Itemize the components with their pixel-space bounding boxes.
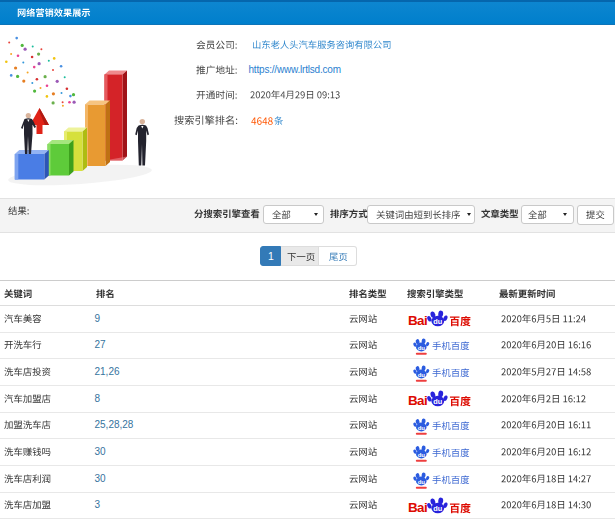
svg-text:du: du: [417, 345, 425, 351]
svg-text:Bai: Bai: [408, 313, 427, 328]
svg-text:du: du: [417, 478, 425, 484]
svg-text:du: du: [417, 372, 425, 378]
svg-text:du: du: [417, 452, 425, 458]
svg-text:Bai: Bai: [408, 500, 427, 515]
svg-text:du: du: [417, 425, 425, 431]
svg-text:Bai: Bai: [408, 393, 427, 408]
